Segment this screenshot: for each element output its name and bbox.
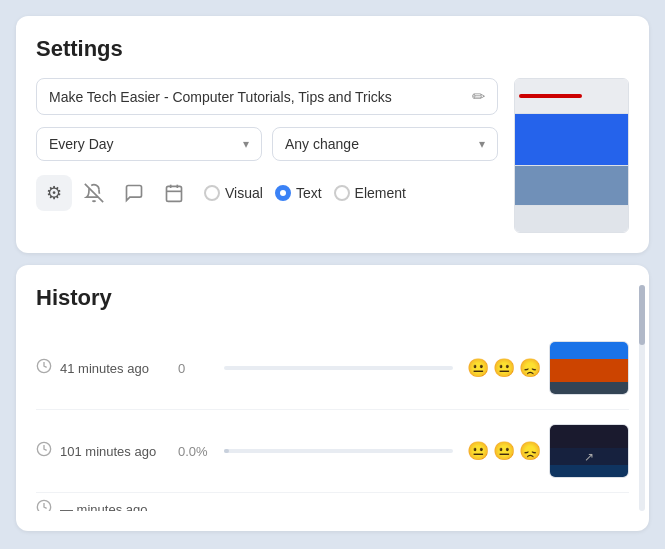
frequency-label: Every Day	[49, 136, 114, 152]
clock-icon-3	[36, 499, 52, 511]
settings-thumbnail	[514, 78, 629, 233]
url-text: Make Tech Easier - Computer Tutorials, T…	[49, 89, 472, 105]
history-time-3: — minutes ago	[60, 502, 170, 512]
calendar-button[interactable]	[156, 175, 192, 211]
history-bar-1	[224, 366, 453, 370]
radio-text-label: Text	[296, 185, 322, 201]
radio-text[interactable]: Text	[275, 185, 322, 201]
dropdowns-row: Every Day ▾ Any change ▾	[36, 127, 498, 161]
change-arrow-icon: ▾	[479, 137, 485, 151]
emoji-1-1[interactable]: 😐	[467, 357, 489, 379]
radio-element-label: Element	[355, 185, 406, 201]
bell-off-button[interactable]	[76, 175, 112, 211]
emoji-2-2[interactable]: 😐	[493, 440, 515, 462]
radio-visual-label: Visual	[225, 185, 263, 201]
emoji-2-1[interactable]: 😐	[467, 440, 489, 462]
frequency-arrow-icon: ▾	[243, 137, 249, 151]
scrollbar-track[interactable]	[639, 285, 645, 511]
history-card: History 41 minutes ago 0 😐 😐 😞	[16, 265, 649, 531]
history-time-1: 41 minutes ago	[60, 361, 170, 376]
controls-row: ⚙	[36, 175, 498, 211]
radio-element-circle	[334, 185, 350, 201]
radio-element[interactable]: Element	[334, 185, 406, 201]
history-item-2: 101 minutes ago 0.0% 😐 😐 😞 ↗	[36, 410, 629, 493]
radio-group: Visual Text Element	[204, 185, 406, 201]
svg-line-0	[85, 184, 103, 202]
history-time-2: 101 minutes ago	[60, 444, 170, 459]
history-thumb-1[interactable]	[549, 341, 629, 395]
frequency-dropdown[interactable]: Every Day ▾	[36, 127, 262, 161]
emoji-row-2: 😐 😐 😞	[467, 440, 541, 462]
radio-visual[interactable]: Visual	[204, 185, 263, 201]
edit-icon[interactable]: ✏	[472, 87, 485, 106]
radio-text-circle	[275, 185, 291, 201]
settings-title: Settings	[36, 36, 629, 62]
history-title: History	[36, 285, 629, 311]
change-dropdown[interactable]: Any change ▾	[272, 127, 498, 161]
settings-inner: Make Tech Easier - Computer Tutorials, T…	[36, 78, 629, 233]
emoji-row-1: 😐 😐 😞	[467, 357, 541, 379]
svg-rect-1	[167, 186, 182, 201]
chat-button[interactable]	[116, 175, 152, 211]
scrollbar-thumb[interactable]	[639, 285, 645, 345]
history-item: 41 minutes ago 0 😐 😐 😞	[36, 327, 629, 410]
icon-buttons-group: ⚙	[36, 175, 192, 211]
settings-card: Settings Make Tech Easier - Computer Tut…	[16, 16, 649, 253]
clock-icon-2	[36, 441, 52, 461]
emoji-1-2[interactable]: 😐	[493, 357, 515, 379]
settings-left-col: Make Tech Easier - Computer Tutorials, T…	[36, 78, 498, 233]
history-bar-2	[224, 449, 453, 453]
history-value-1: 0	[178, 361, 210, 376]
emoji-2-3[interactable]: 😞	[519, 440, 541, 462]
clock-icon-1	[36, 358, 52, 378]
url-row: Make Tech Easier - Computer Tutorials, T…	[36, 78, 498, 115]
history-thumb-2[interactable]: ↗	[549, 424, 629, 478]
history-bar-fill-2	[224, 449, 229, 453]
gear-button[interactable]: ⚙	[36, 175, 72, 211]
radio-visual-circle	[204, 185, 220, 201]
history-item-3: — minutes ago	[36, 493, 629, 511]
emoji-1-3[interactable]: 😞	[519, 357, 541, 379]
change-label: Any change	[285, 136, 359, 152]
history-value-2: 0.0%	[178, 444, 210, 459]
